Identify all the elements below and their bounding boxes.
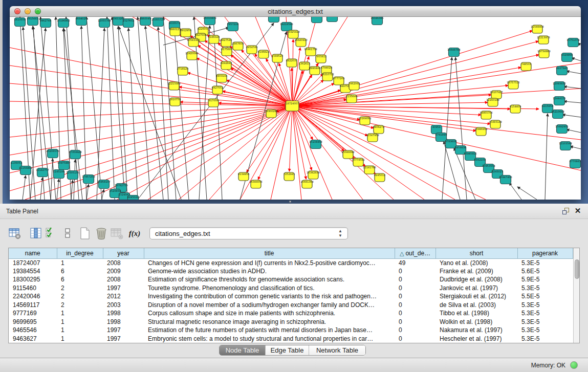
float-panel-icon[interactable] bbox=[562, 208, 570, 215]
column-header-out_de[interactable]: △out_de… bbox=[395, 248, 435, 258]
graph-edge[interactable] bbox=[10, 101, 292, 106]
graph-edge[interactable] bbox=[10, 106, 292, 155]
tab-network-table[interactable]: Network Table bbox=[309, 345, 365, 355]
rows-button[interactable] bbox=[60, 226, 75, 240]
graph-node-label: 2135644 bbox=[346, 95, 357, 98]
graph-edge[interactable] bbox=[292, 106, 301, 200]
graph-node-label: 7252945 bbox=[284, 172, 295, 176]
network-window-titlebar[interactable]: citations_edges.txt bbox=[10, 6, 581, 17]
graph-edge[interactable] bbox=[292, 48, 300, 106]
graph-edge[interactable] bbox=[564, 86, 581, 89]
desktop-left-edge bbox=[0, 0, 3, 204]
graph-edge[interactable] bbox=[119, 27, 181, 200]
table-row[interactable]: 977716911998Corpus callosum shape and si… bbox=[9, 309, 573, 318]
graph-edge[interactable] bbox=[10, 65, 292, 106]
graph-node[interactable] bbox=[327, 17, 338, 22]
table-row[interactable]: 1830029562008Estimation of significance … bbox=[9, 275, 573, 284]
graph-edge[interactable] bbox=[138, 17, 150, 200]
cell-year: 2008 bbox=[103, 275, 144, 284]
column-header-pagerank[interactable]: pagerank bbox=[517, 248, 573, 258]
new-file-button[interactable] bbox=[78, 226, 92, 240]
graph-edge[interactable] bbox=[292, 106, 539, 109]
graph-edge[interactable] bbox=[179, 106, 292, 200]
graph-node-label: 1527602 bbox=[123, 19, 134, 22]
graph-edge[interactable] bbox=[562, 115, 581, 117]
network-canvas[interactable]: 1610554891568394627441019686296940261205… bbox=[10, 17, 581, 200]
graph-edge[interactable] bbox=[107, 17, 115, 200]
vertical-scrollbar[interactable] bbox=[573, 248, 580, 343]
cell-out_de: 0 bbox=[395, 301, 435, 310]
graph-edge[interactable] bbox=[128, 28, 138, 200]
graph-node-label: 2520659 bbox=[110, 189, 121, 192]
table-select-value: citations_edges.txt bbox=[155, 230, 210, 237]
scrollbar-thumb[interactable] bbox=[575, 259, 579, 279]
tab-edge-table[interactable]: Edge Table bbox=[266, 345, 309, 355]
trash-button[interactable] bbox=[94, 226, 108, 240]
graph-edge[interactable] bbox=[158, 27, 168, 200]
graph-edge[interactable] bbox=[509, 183, 521, 200]
table-column-button[interactable] bbox=[29, 226, 43, 240]
graph-edge[interactable] bbox=[442, 57, 452, 200]
graph-node-label: 18724007 bbox=[286, 102, 298, 105]
cell-short: Stergiakouli et al. (2012) bbox=[435, 292, 517, 301]
graph-edge[interactable] bbox=[271, 106, 292, 200]
column-header-year[interactable]: year bbox=[103, 248, 144, 258]
graph-node-label: 9860049 bbox=[140, 17, 151, 20]
graph-node-label: 16107427 bbox=[490, 91, 503, 94]
table-row[interactable]: 1872400712008Changes of HCN gene express… bbox=[9, 258, 573, 267]
table-row[interactable]: 946554611997Estimation of the future num… bbox=[9, 326, 573, 335]
tab-node-table[interactable]: Node Table bbox=[220, 345, 266, 355]
graph-edge[interactable] bbox=[112, 17, 125, 200]
column-header-title[interactable]: title bbox=[144, 248, 395, 258]
column-header-name[interactable]: name bbox=[9, 248, 57, 258]
cell-year: 1997 bbox=[103, 326, 144, 335]
graph-node-label: 9146821 bbox=[258, 50, 269, 53]
graph-edge[interactable] bbox=[97, 28, 104, 200]
table-panel-body: f(x) citations_edges.txt ▲▼ namein_degre… bbox=[0, 219, 588, 358]
table-select-dropdown[interactable]: citations_edges.txt ▲▼ bbox=[149, 227, 348, 239]
graph-edge[interactable] bbox=[570, 146, 581, 149]
graph-edge[interactable] bbox=[10, 106, 292, 191]
table-row[interactable]: 1456911722003Disruption of a novel membe… bbox=[9, 301, 573, 310]
graph-edge[interactable] bbox=[102, 189, 104, 200]
graph-edge[interactable] bbox=[57, 179, 59, 200]
graph-edge[interactable] bbox=[10, 83, 292, 106]
function-button[interactable]: f(x) bbox=[127, 226, 142, 240]
delete-table-button[interactable] bbox=[110, 226, 124, 240]
graph-edge[interactable] bbox=[292, 39, 293, 106]
graph-edge[interactable] bbox=[567, 129, 581, 133]
graph-node-label: 16945915 bbox=[464, 152, 476, 155]
graph-edge[interactable] bbox=[564, 101, 581, 103]
graph-edge[interactable] bbox=[40, 178, 42, 200]
graph-node[interactable] bbox=[269, 17, 279, 23]
citation-network-graph[interactable]: 1610554891568394627441019686296940261205… bbox=[10, 17, 581, 200]
graph-edge[interactable] bbox=[292, 106, 455, 200]
graph-edge[interactable] bbox=[10, 106, 292, 119]
graph-edge[interactable] bbox=[81, 26, 86, 200]
table-row[interactable]: 2242004622012Investigating the contribut… bbox=[9, 292, 573, 301]
column-header-short[interactable]: short bbox=[435, 248, 517, 258]
graph-edge[interactable] bbox=[86, 184, 89, 200]
table-row[interactable]: 946362711997Embryonic stem cells: a mode… bbox=[9, 335, 573, 343]
select-rows-button[interactable] bbox=[43, 226, 58, 240]
table-settings-button[interactable] bbox=[8, 226, 22, 240]
table-row[interactable]: 1938455462009Genome-wide association stu… bbox=[9, 267, 573, 276]
graph-node-label: 6794028 bbox=[321, 66, 332, 69]
graph-node[interactable] bbox=[312, 17, 322, 23]
network-view-window[interactable]: citations_edges.txt 16105548915683946274… bbox=[10, 6, 581, 200]
close-panel-icon[interactable]: ✕ bbox=[574, 207, 582, 215]
graph-edge[interactable] bbox=[86, 17, 102, 200]
graph-edge[interactable] bbox=[545, 114, 548, 200]
table-row[interactable]: 911546021997Tourette syndrome. Phenomeno… bbox=[9, 284, 573, 293]
panel-splitter-handle[interactable] bbox=[287, 200, 294, 203]
graph-edge[interactable] bbox=[23, 176, 26, 200]
graph-edge[interactable] bbox=[10, 106, 292, 137]
graph-edge[interactable] bbox=[567, 71, 581, 74]
graph-node-label: 9175685 bbox=[221, 48, 232, 51]
rows-icon bbox=[63, 227, 72, 239]
graph-edge[interactable] bbox=[231, 68, 292, 106]
table-row[interactable]: 969969511998Structural magnetic resonanc… bbox=[9, 318, 573, 326]
graph-edge[interactable] bbox=[51, 159, 53, 200]
graph-edge[interactable] bbox=[572, 58, 581, 61]
column-header-in_degree[interactable]: in_degree bbox=[57, 248, 103, 258]
